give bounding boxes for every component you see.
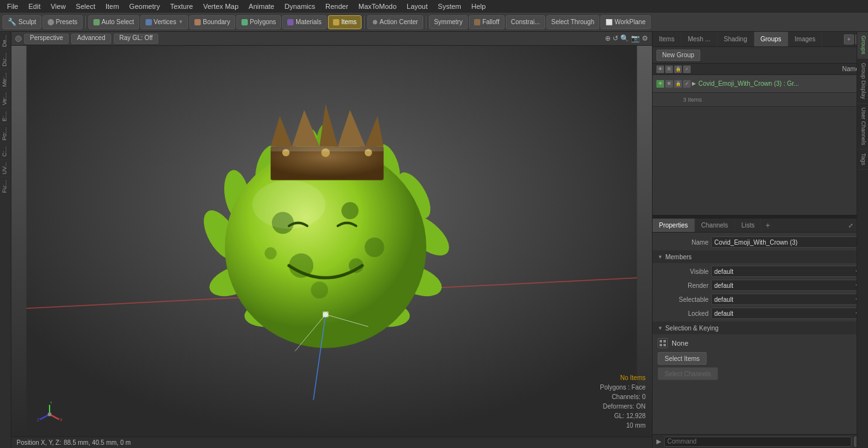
left-tab-3[interactable]: Ve:... [0,89,11,108]
menu-edit[interactable]: Edit [24,2,45,11]
presets-button[interactable]: Presets [43,15,83,29]
members-label: Members [665,254,692,261]
group-check-icon[interactable]: ✓ [683,80,691,88]
menu-vertex-map[interactable]: Vertex Map [199,2,243,11]
right-side-tab-tags[interactable]: Tags [857,149,868,170]
tab-items[interactable]: Items [653,32,681,46]
props-tab-properties[interactable]: Properties [653,219,695,232]
vertices-icon [146,19,152,25]
tab-images[interactable]: Images [789,32,823,46]
left-tab-7[interactable]: UV... [0,159,11,177]
viewport-nav-icon-5[interactable]: ⚙ [642,34,648,43]
prop-selectable-dropdown[interactable]: default ▼ [711,294,863,305]
menu-help[interactable]: Help [467,2,491,11]
menu-system[interactable]: System [433,2,466,11]
viewport-nav-icon-4[interactable]: 📷 [631,34,640,43]
menu-render[interactable]: Render [321,2,353,11]
right-side-tab-group-display[interactable]: Group Display [857,59,868,104]
viewport-gizmo: X Y Z [37,402,62,427]
command-input[interactable] [664,437,851,447]
new-group-button[interactable]: New Group [656,50,700,61]
advanced-button[interactable]: Advanced [71,34,111,44]
group-lock-icon[interactable]: 🔒 [674,80,682,88]
prop-render-label: Render [658,282,709,289]
groups-content[interactable]: 👁 R 🔒 ✓ ▶ Covid_Emoji_With_Crown (3) : G… [653,75,868,215]
boundary-button[interactable]: Boundary [189,15,235,29]
gl-label: GL: 12,928 [600,411,646,421]
menu-view[interactable]: View [46,2,71,11]
group-render-icon[interactable]: R [665,80,673,88]
svg-rect-49 [663,340,666,343]
viewport-nav-icon-2[interactable]: ↺ [613,34,618,43]
select-channels-button[interactable]: Select Channels [658,367,718,380]
members-arrow[interactable]: ▼ [658,254,663,260]
viewport-svg [11,46,652,437]
left-tab-8[interactable]: Fu:... [0,177,11,196]
sculpt-button[interactable]: 🔧 Sculpt [3,15,41,29]
viewport-canvas[interactable]: No Items Polygons : Face Channels: 0 Def… [11,46,652,437]
group-expander[interactable]: ▶ [691,81,697,87]
menu-file[interactable]: File [3,2,23,11]
toolbar-separator-3 [426,16,426,29]
vertices-label: Vertices [154,18,177,25]
members-section: ▼ Members [653,250,868,263]
materials-button[interactable]: Materials [282,15,327,29]
svg-point-23 [365,238,384,257]
tab-mesh[interactable]: Mesh ... [681,32,717,46]
prop-render-dropdown[interactable]: default ▼ [711,280,863,291]
menu-dynamics[interactable]: Dynamics [280,2,320,11]
sculpt-label: Sculpt [18,18,36,25]
left-tab-0[interactable]: De... [0,32,11,50]
polygons-button[interactable]: Polygons [236,15,281,29]
perspective-button[interactable]: Perspective [24,34,69,44]
props-tab-add[interactable]: + [761,221,774,230]
left-tab-4[interactable]: E:... [0,108,11,124]
menu-texture[interactable]: Texture [166,2,198,11]
props-expand-icon[interactable]: ⤢ [846,221,855,230]
prop-name-input[interactable] [711,236,863,248]
expand-icon[interactable]: + [844,34,854,44]
tab-groups[interactable]: Groups [754,32,789,46]
tab-shading[interactable]: Shading [717,32,754,46]
prop-locked-dropdown[interactable]: default ▼ [711,308,863,319]
position-values: 88.5 mm, 40.5 mm, 0 m [64,439,131,446]
left-tab-1[interactable]: Du:... [0,50,11,69]
constrai-button[interactable]: Constrai... [506,15,545,29]
props-tab-lists[interactable]: Lists [735,219,762,232]
right-side-tab-groups[interactable]: Groups [857,32,868,59]
raygl-button[interactable]: Ray GL: Off [114,34,159,44]
right-side-tab-user-channels[interactable]: User Channels [857,104,868,150]
group-item-row[interactable]: 👁 R 🔒 ✓ ▶ Covid_Emoji_With_Crown (3) : G… [653,75,868,93]
falloff-icon [474,19,480,25]
boundary-icon [194,19,201,25]
select-items-button[interactable]: Select Items [658,352,707,365]
menu-item[interactable]: Item [101,2,123,11]
prop-selectable-label: Selectable [658,296,709,303]
menu-animate[interactable]: Animate [244,2,278,11]
viewport-nav-icon-3[interactable]: 🔍 [620,34,629,43]
props-panel: Properties Channels Lists + ⤢ ✕ Name [653,218,868,434]
workplane-button[interactable]: ⬜ WorkPlane [600,15,651,29]
prop-visible-dropdown[interactable]: default ▼ [711,266,863,277]
falloff-button[interactable]: Falloff [469,15,505,29]
props-tabs: Properties Channels Lists + ⤢ ✕ [653,219,868,233]
menu-layout[interactable]: Layout [402,2,432,11]
select-through-button[interactable]: Select Through [546,15,600,29]
auto-select-button[interactable]: Auto Select [88,15,139,29]
menu-select[interactable]: Select [71,2,100,11]
action-center-button[interactable]: ⊕ Action Center [367,15,423,29]
items-button[interactable]: Items [328,15,362,29]
props-tab-channels[interactable]: Channels [695,219,735,232]
left-tab-5[interactable]: Po:... [0,124,11,143]
left-tab-2[interactable]: Me:... [0,69,11,90]
viewport-nav-icon-1[interactable]: ⊕ [605,34,611,43]
prop-row-selectable: Selectable default ▼ [653,292,868,306]
left-tab-6[interactable]: C:... [0,143,11,160]
vertices-button[interactable]: Vertices ▼ [140,15,189,29]
symmetry-button[interactable]: Symmetry [429,15,468,29]
sel-keying-arrow[interactable]: ▼ [658,325,663,331]
menu-geometry[interactable]: Geometry [125,2,164,11]
group-eye-icon[interactable]: 👁 [656,80,664,88]
menu-maxtomodo[interactable]: MaxToModo [354,2,401,11]
tab-groups-label: Groups [761,36,782,43]
